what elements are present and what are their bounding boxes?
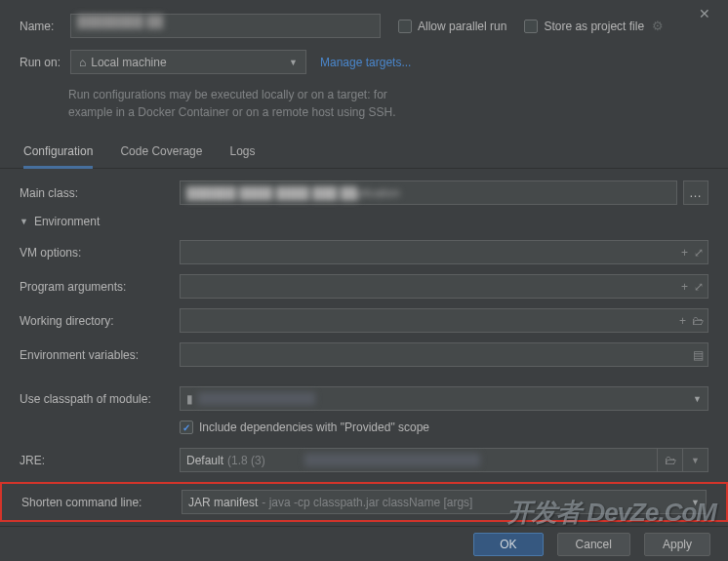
checkbox-icon: [524, 20, 538, 33]
expand-icon[interactable]: ⤢: [694, 280, 704, 294]
caret-down-icon: ▼: [20, 217, 28, 226]
store-as-file-label: Store as project file: [544, 20, 644, 33]
ok-button[interactable]: OK: [473, 533, 543, 556]
folder-icon[interactable]: 🗁: [692, 314, 704, 328]
working-dir-field[interactable]: +🗁: [180, 308, 708, 333]
tab-configuration[interactable]: Configuration: [23, 137, 93, 169]
tab-code-coverage[interactable]: Code Coverage: [120, 137, 202, 168]
jre-value: Default: [186, 454, 223, 467]
runon-dropdown[interactable]: ⌂Local machine ▼: [70, 50, 306, 74]
gear-icon[interactable]: ⚙: [652, 19, 664, 33]
home-icon: ⌂: [79, 56, 86, 69]
checkbox-icon: [398, 20, 412, 33]
jre-field[interactable]: Default (1.8 (3) 🗁 ▼: [180, 448, 708, 472]
chevron-down-icon[interactable]: ▼: [682, 449, 708, 471]
jre-label: JRE:: [20, 454, 180, 467]
environment-section-toggle[interactable]: ▼ Environment: [20, 215, 708, 228]
program-args-label: Program arguments:: [20, 280, 180, 294]
main-class-field[interactable]: ██████ ████ ████ ███ ██plication: [180, 180, 677, 205]
folder-icon[interactable]: 🗁: [657, 449, 682, 471]
classpath-dropdown[interactable]: ▮ ▼: [180, 386, 708, 411]
allow-parallel-checkbox[interactable]: Allow parallel run: [398, 20, 506, 33]
tab-logs[interactable]: Logs: [229, 137, 255, 168]
cancel-button[interactable]: Cancel: [557, 533, 630, 556]
name-label: Name:: [20, 20, 66, 33]
shorten-command-value: JAR manifest: [188, 496, 258, 509]
plus-icon[interactable]: +: [681, 280, 688, 294]
store-as-file-checkbox[interactable]: Store as project file: [524, 20, 644, 33]
chevron-down-icon: ▼: [693, 387, 702, 410]
runon-hint: Run configurations may be executed local…: [68, 86, 708, 121]
shorten-command-detail: - java -cp classpath.jar className [args…: [262, 496, 472, 509]
shorten-command-label: Shorten command line:: [21, 496, 182, 509]
env-vars-label: Environment variables:: [20, 348, 180, 362]
shorten-command-row: Shorten command line: JAR manifest - jav…: [0, 482, 728, 522]
list-icon[interactable]: ▤: [693, 348, 704, 362]
manage-targets-link[interactable]: Manage targets...: [320, 56, 411, 69]
vm-options-label: VM options:: [20, 246, 180, 260]
main-class-browse-button[interactable]: …: [683, 180, 708, 205]
apply-button[interactable]: Apply: [644, 533, 710, 556]
main-class-label: Main class:: [20, 186, 176, 200]
include-provided-label: Include dependencies with "Provided" sco…: [199, 421, 429, 434]
module-icon: ▮: [186, 392, 193, 406]
include-provided-checkbox[interactable]: ✓: [180, 421, 193, 434]
expand-icon[interactable]: ⤢: [694, 246, 704, 260]
close-icon[interactable]: ✕: [699, 6, 710, 21]
working-dir-label: Working directory:: [20, 314, 180, 328]
shorten-command-dropdown[interactable]: JAR manifest - java -cp classpath.jar cl…: [182, 490, 707, 514]
program-args-field[interactable]: +⤢: [180, 274, 708, 299]
name-field[interactable]: ████████ ██: [70, 14, 381, 38]
environment-label: Environment: [34, 215, 100, 228]
classpath-label: Use classpath of module:: [20, 392, 180, 406]
runon-value: Local machine: [91, 56, 166, 69]
chevron-down-icon: ▼: [289, 58, 298, 67]
plus-icon[interactable]: +: [679, 314, 686, 328]
env-vars-field[interactable]: ▤: [180, 342, 708, 367]
vm-options-field[interactable]: +⤢: [180, 240, 708, 264]
plus-icon[interactable]: +: [681, 246, 688, 260]
runon-label: Run on:: [20, 56, 66, 69]
jre-value-detail: (1.8 (3): [227, 454, 265, 467]
allow-parallel-label: Allow parallel run: [418, 20, 506, 33]
chevron-down-icon: ▼: [691, 491, 700, 513]
